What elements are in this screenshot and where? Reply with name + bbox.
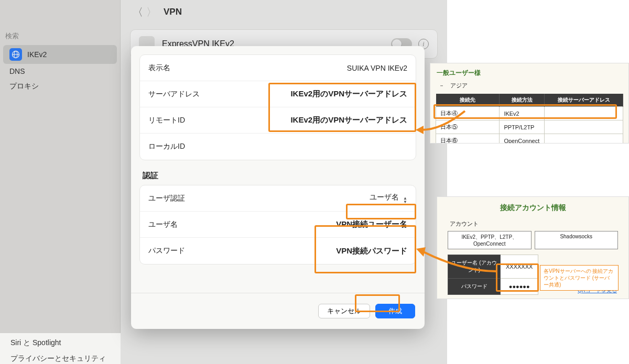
display-name-value[interactable]: SUIKA VPN IKEv2 bbox=[347, 64, 407, 72]
row-display-name: 表示名 SUIKA VPN IKEv2 bbox=[140, 55, 416, 81]
sidebar-item-label: プライバシーとセキュリティ bbox=[10, 354, 106, 363]
account-panel-title: 接続アカウント情報 bbox=[437, 197, 628, 220]
cell bbox=[545, 120, 623, 134]
cell: PPTP/L2TP bbox=[500, 120, 545, 134]
password-hint[interactable]: VPN接続パスワード bbox=[336, 246, 407, 256]
user-auth-select[interactable]: ユーザ名 ▲▼ bbox=[370, 193, 407, 204]
server-address-hint[interactable]: IKEv2用のVPNサーバーアドレス bbox=[290, 89, 407, 99]
local-id-label: ローカルID bbox=[148, 142, 185, 151]
create-button[interactable]: 作成 bbox=[375, 304, 415, 318]
chevron-updown-icon: ▲▼ bbox=[403, 196, 407, 204]
user-auth-value: ユーザ名 bbox=[370, 193, 399, 201]
sidebar-item-siri[interactable]: Siri と Spotlight bbox=[3, 335, 117, 351]
sidebar-lower: Siri と Spotlight プライバシーとセキュリティ bbox=[0, 333, 121, 364]
cell bbox=[545, 134, 623, 144]
auth-section-label: 認証 bbox=[139, 171, 416, 185]
user-auth-label: ユーザ認証 bbox=[148, 194, 185, 203]
credentials-table: ユーザー名 (アカウント) XXXXXXX パスワード ●●●●●● bbox=[448, 255, 538, 295]
display-name-label: 表示名 bbox=[148, 63, 170, 73]
row-username: ユーザ名 VPN接続ユーザー名 bbox=[140, 212, 416, 238]
table-header-row: 接続先 接続方法 接続サーバーアドレス bbox=[436, 94, 623, 107]
group-auth: ユーザ認証 ユーザ名 ▲▼ ユーザ名 VPN接続ユーザー名 パスワード VPN接… bbox=[139, 185, 416, 264]
remote-id-hint[interactable]: IKEv2用のVPNサーバーアドレス bbox=[290, 115, 407, 125]
tab-shadowsocks[interactable]: Shadowsocks bbox=[535, 231, 619, 249]
cell: 日本⑥ bbox=[436, 134, 500, 144]
sidebar-item-privacy[interactable]: プライバシーとセキュリティ bbox=[3, 351, 117, 364]
cell: IKEv2 bbox=[500, 107, 545, 120]
sheet-footer: キャンセル 作成 bbox=[131, 293, 425, 329]
row-user-auth: ユーザ認証 ユーザ名 ▲▼ bbox=[140, 185, 416, 212]
server-table: 接続先 接続方法 接続サーバーアドレス 日本④ IKEv2 日本⑤ PPTP/L… bbox=[436, 94, 623, 144]
table-row: ユーザー名 (アカウント) XXXXXXX bbox=[448, 255, 538, 279]
table-row[interactable]: 日本⑤ PPTP/L2TP bbox=[436, 120, 623, 134]
row-server-address: サーバアドレス IKEv2用のVPNサーバーアドレス bbox=[140, 81, 416, 107]
th-dest: 接続先 bbox=[436, 94, 500, 107]
cell: 日本④ bbox=[436, 107, 500, 120]
server-panel-region: － アジア bbox=[430, 81, 628, 92]
cred-user-v: XXXXXXX bbox=[501, 255, 538, 279]
group-connection: 表示名 SUIKA VPN IKEv2 サーバアドレス IKEv2用のVPNサー… bbox=[139, 54, 416, 160]
server-address-label: サーバアドレス bbox=[148, 90, 200, 99]
th-method: 接続方法 bbox=[500, 94, 545, 107]
tab-protocols[interactable]: IKEv2、PPTP、L2TP、OpenConnect bbox=[448, 231, 532, 249]
row-local-id: ローカルID bbox=[140, 134, 416, 160]
cred-pass-h: パスワード bbox=[448, 279, 501, 295]
remote-id-label: リモートID bbox=[148, 116, 185, 125]
th-address: 接続サーバーアドレス bbox=[545, 94, 623, 107]
cred-pass-v: ●●●●●● bbox=[501, 279, 538, 295]
sidebar-item-label: Siri と Spotlight bbox=[10, 338, 61, 348]
vpn-config-sheet: 表示名 SUIKA VPN IKEv2 サーバアドレス IKEv2用のVPNサー… bbox=[131, 46, 425, 329]
server-panel-title: 一般ユーザー様 bbox=[430, 63, 628, 81]
cred-user-h: ユーザー名 (アカウント) bbox=[448, 255, 501, 279]
username-hint[interactable]: VPN接続ユーザー名 bbox=[336, 219, 407, 229]
password-label: パスワード bbox=[148, 246, 185, 256]
protocol-tabs: IKEv2、PPTP、L2TP、OpenConnect Shadowsocks bbox=[437, 231, 628, 249]
cell bbox=[545, 107, 623, 120]
cell: OpenConnect bbox=[500, 134, 545, 144]
table-row[interactable]: 日本⑥ OpenConnect bbox=[436, 134, 623, 144]
credentials-callout: 各VPNサーバーへの 接続アカウントとパスワード (サーバー共通) bbox=[540, 265, 619, 291]
account-label: アカウント bbox=[437, 220, 628, 231]
cell: 日本⑤ bbox=[436, 120, 500, 134]
cancel-button[interactable]: キャンセル bbox=[318, 304, 370, 318]
table-row[interactable]: 日本④ IKEv2 bbox=[436, 107, 623, 120]
server-list-panel: 一般ユーザー様 － アジア 接続先 接続方法 接続サーバーアドレス 日本④ IK… bbox=[430, 63, 629, 144]
row-remote-id: リモートID IKEv2用のVPNサーバーアドレス bbox=[140, 107, 416, 134]
row-password: パスワード VPN接続パスワード bbox=[140, 238, 416, 264]
username-label: ユーザ名 bbox=[148, 220, 178, 229]
table-row: パスワード ●●●●●● bbox=[448, 279, 538, 295]
